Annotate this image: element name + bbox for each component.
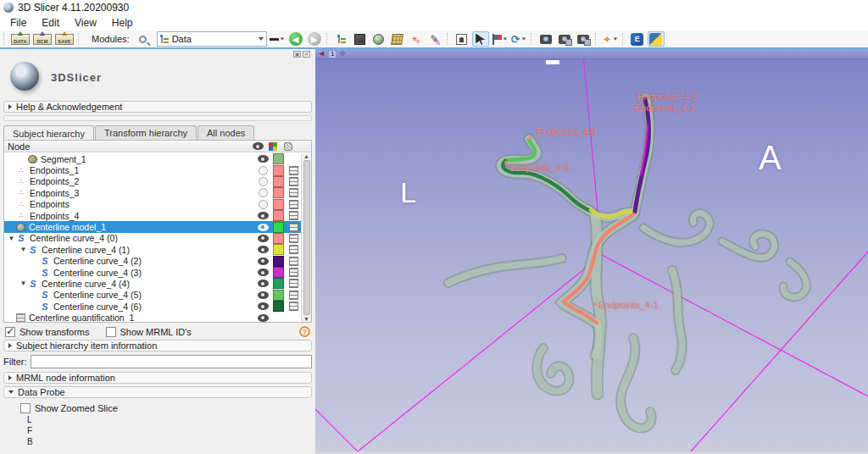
scroll-up-icon[interactable]: ▲ bbox=[303, 153, 309, 159]
tree-row[interactable]: ▼SCenterline curve_4 (4) bbox=[4, 278, 301, 289]
tree-row[interactable]: ∴Endpoints_1 bbox=[4, 164, 301, 175]
color-swatch[interactable] bbox=[273, 244, 284, 255]
models-shortcut[interactable] bbox=[389, 31, 406, 47]
table-grid-icon[interactable] bbox=[289, 279, 298, 288]
item-information-section[interactable]: Subject hierarchy item information bbox=[3, 340, 312, 352]
color-swatch[interactable] bbox=[273, 278, 284, 289]
table-grid-icon[interactable] bbox=[289, 234, 298, 243]
menu-file[interactable]: File bbox=[4, 15, 32, 30]
menu-view[interactable]: View bbox=[69, 15, 103, 30]
panel-float-button[interactable]: ▣ bbox=[293, 51, 301, 58]
color-swatch[interactable] bbox=[273, 210, 284, 221]
tree-row[interactable]: ∴Endpoints_3 bbox=[4, 187, 301, 198]
table-grid-icon[interactable] bbox=[289, 177, 298, 186]
history-back-button[interactable]: ◀ bbox=[287, 31, 304, 47]
node-column-header[interactable]: Node bbox=[8, 141, 250, 152]
visibility-eye-icon[interactable] bbox=[259, 200, 268, 209]
color-swatch[interactable] bbox=[273, 176, 284, 187]
pin-icon[interactable]: ✛ bbox=[339, 50, 346, 58]
collapse-left-icon[interactable]: ◄ bbox=[318, 50, 326, 58]
tab-transform-hierarchy[interactable]: Transform hierarchy bbox=[95, 125, 197, 140]
module-selector[interactable]: Data bbox=[157, 31, 267, 47]
color-swatch[interactable] bbox=[273, 187, 284, 198]
table-grid-icon[interactable] bbox=[289, 291, 298, 300]
transforms-shortcut[interactable]: ✎ bbox=[426, 31, 443, 47]
color-swatch[interactable] bbox=[273, 199, 284, 210]
visibility-eye-icon[interactable] bbox=[258, 280, 269, 287]
visibility-eye-icon[interactable] bbox=[258, 314, 269, 322]
tree-row[interactable]: Centerline quantification_1 bbox=[4, 312, 301, 322]
tree-row[interactable]: SCenterline curve_4 (2) bbox=[4, 256, 301, 267]
mouse-mode-button[interactable] bbox=[472, 31, 489, 47]
visibility-eye-icon[interactable] bbox=[258, 246, 269, 253]
save-button[interactable]: SAVE bbox=[54, 31, 75, 47]
scroll-thumb[interactable] bbox=[303, 160, 310, 315]
visibility-eye-icon[interactable] bbox=[258, 257, 269, 265]
tree-row[interactable]: Segment_1 bbox=[4, 153, 301, 164]
tree-row[interactable]: SCenterline curve_4 (3) bbox=[4, 267, 301, 278]
history-forward-button[interactable]: ▶ bbox=[306, 31, 323, 47]
color-swatch[interactable] bbox=[273, 290, 284, 301]
color-swatch[interactable] bbox=[273, 222, 284, 233]
tree-row[interactable]: SCenterline curve_4 (6) bbox=[4, 301, 301, 312]
table-grid-icon[interactable] bbox=[289, 257, 298, 266]
tree-row[interactable]: Centerline model_1 bbox=[4, 221, 301, 232]
data-probe-section[interactable]: Data Probe bbox=[3, 386, 312, 398]
expander-icon[interactable]: ▼ bbox=[19, 280, 28, 287]
view3d-canvas[interactable]: L A Endpoints_4-3Endpoints_4-2Endpoints_… bbox=[315, 49, 868, 454]
visibility-eye-icon[interactable] bbox=[258, 291, 269, 299]
tree-row[interactable]: SCenterline curve_4 (5) bbox=[4, 290, 301, 301]
table-grid-icon[interactable] bbox=[289, 245, 298, 254]
expander-icon[interactable]: ▼ bbox=[7, 235, 16, 242]
place-markup-button[interactable] bbox=[491, 31, 509, 47]
filter-input[interactable] bbox=[31, 355, 313, 368]
tree-row[interactable]: ∴Endpoints bbox=[4, 199, 301, 210]
color-swatch[interactable] bbox=[273, 256, 284, 267]
scene-view-restore-button[interactable] bbox=[575, 31, 592, 47]
data-module-shortcut[interactable] bbox=[333, 31, 350, 47]
module-history-button[interactable] bbox=[269, 31, 286, 47]
crosshair-button[interactable]: ✦ bbox=[602, 31, 619, 47]
transform-column-header[interactable] bbox=[281, 142, 296, 151]
tree-row[interactable]: ▼SCenterline curve_4 (0) bbox=[4, 233, 301, 244]
visibility-eye-icon[interactable] bbox=[258, 224, 269, 231]
table-grid-icon[interactable] bbox=[289, 268, 298, 277]
segment-editor-shortcut[interactable] bbox=[370, 31, 387, 47]
markups-shortcut[interactable]: ✳ bbox=[408, 31, 425, 47]
rotate-mode-button[interactable]: ⟳ bbox=[510, 31, 527, 47]
expander-icon[interactable]: ▼ bbox=[19, 246, 28, 253]
visibility-eye-icon[interactable] bbox=[259, 188, 268, 197]
color-column-header[interactable] bbox=[265, 142, 281, 151]
menu-edit[interactable]: Edit bbox=[36, 15, 65, 30]
tree-row[interactable]: ∴Endpoints_4 bbox=[4, 210, 301, 221]
scroll-down-icon[interactable]: ▼ bbox=[303, 316, 309, 322]
table-grid-icon[interactable] bbox=[289, 166, 298, 175]
view-controller-bar[interactable]: ◄ 1 ✛ bbox=[315, 49, 868, 59]
load-data-button[interactable]: DATA bbox=[10, 31, 31, 47]
python-console-button[interactable] bbox=[648, 31, 665, 47]
show-mrml-ids-checkbox[interactable] bbox=[106, 327, 116, 337]
screenshot-button[interactable] bbox=[537, 31, 554, 47]
help-question-icon[interactable]: ? bbox=[299, 326, 310, 337]
module-search-button[interactable] bbox=[135, 31, 152, 47]
visibility-eye-icon[interactable] bbox=[259, 177, 268, 186]
menu-help[interactable]: Help bbox=[106, 15, 139, 30]
color-swatch[interactable] bbox=[273, 153, 284, 164]
visibility-eye-icon[interactable] bbox=[259, 166, 268, 175]
help-acknowledgement-section[interactable]: Help & Acknowledgement bbox=[3, 101, 312, 113]
visibility-eye-icon[interactable] bbox=[258, 155, 269, 163]
color-swatch[interactable] bbox=[273, 301, 284, 312]
show-transforms-checkbox[interactable] bbox=[5, 327, 15, 337]
color-swatch[interactable] bbox=[273, 233, 284, 244]
visibility-column-header[interactable] bbox=[250, 142, 265, 150]
tree-row[interactable]: ▼SCenterline curve_4 (1) bbox=[4, 244, 301, 255]
mrml-node-information-section[interactable]: MRML node information bbox=[3, 372, 312, 384]
tree-scrollbar[interactable]: ▲ ▼ bbox=[301, 153, 311, 322]
visibility-eye-icon[interactable] bbox=[258, 302, 269, 310]
show-zoomed-slice-checkbox[interactable] bbox=[20, 403, 31, 413]
table-grid-icon[interactable] bbox=[289, 223, 298, 232]
table-grid-icon[interactable] bbox=[289, 188, 298, 197]
table-grid-icon[interactable] bbox=[289, 200, 298, 209]
extensions-manager-button[interactable]: E bbox=[629, 31, 646, 47]
tab-subject-hierarchy[interactable]: Subject hierarchy bbox=[3, 125, 94, 141]
